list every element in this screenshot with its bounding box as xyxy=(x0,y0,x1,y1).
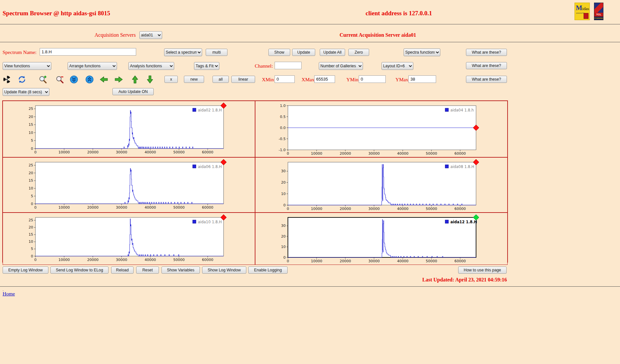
send-log-to-elog-button[interactable]: Send Log Window to ELog xyxy=(50,266,109,274)
zoom-in-icon[interactable] xyxy=(38,75,47,84)
svg-text:25: 25 xyxy=(29,218,33,222)
spectrum-panel-aida02[interactable]: 0510152025010000200003000040000500006000… xyxy=(3,101,255,157)
divider xyxy=(0,286,620,287)
reset-button[interactable]: Reset xyxy=(136,266,159,274)
spectrum-panel-aida06[interactable]: 0510152025010000200003000040000500006000… xyxy=(3,157,255,213)
svg-text:-0.5: -0.5 xyxy=(279,137,286,141)
divider xyxy=(0,42,620,42)
svg-text:60000: 60000 xyxy=(455,207,466,211)
page-title: Spectrum Browser @ http aidas-gsi 8015 xyxy=(3,10,110,17)
ymax-input[interactable] xyxy=(408,75,436,83)
select-spectrum-dropdown[interactable]: Select a spectrum xyxy=(164,48,202,56)
svg-text:50000: 50000 xyxy=(173,205,185,210)
spectrum-name-input[interactable] xyxy=(40,48,136,56)
linear-button[interactable]: linear xyxy=(231,76,255,83)
analysis-functions-dropdown[interactable]: Analysis functions xyxy=(128,62,174,70)
svg-text:40000: 40000 xyxy=(145,150,156,154)
xmax-input[interactable] xyxy=(314,75,335,83)
spectrum-panel-aida08[interactable]: 01020300100002000030000400005000060000ai… xyxy=(255,157,508,213)
svg-text:20000: 20000 xyxy=(87,150,98,154)
svg-text:10: 10 xyxy=(29,186,33,190)
x-button[interactable]: x xyxy=(164,76,178,83)
pan-down-icon[interactable] xyxy=(146,75,154,84)
spectrum-panel-aida12[interactable]: 01020300100002000030000400005000060000ai… xyxy=(255,213,508,265)
svg-text:25: 25 xyxy=(29,107,33,111)
update-button[interactable]: Update xyxy=(292,49,315,56)
svg-text:20: 20 xyxy=(281,234,286,239)
client-address: client address is 127.0.0.1 xyxy=(366,10,432,17)
midas-logo-rest: idas xyxy=(582,6,589,11)
svg-text:30000: 30000 xyxy=(116,150,127,154)
pan-right-icon[interactable] xyxy=(114,75,123,84)
xmin-input[interactable] xyxy=(275,75,295,83)
svg-text:aida06 1.8.H: aida06 1.8.H xyxy=(198,164,222,169)
spectrum-panel-aida10[interactable]: 0510152025010000200003000040000500006000… xyxy=(3,213,255,265)
svg-text:20: 20 xyxy=(281,180,286,185)
tcl-logo[interactable]: TCL POWERED xyxy=(594,3,603,20)
svg-text:30000: 30000 xyxy=(116,258,127,262)
empty-log-window-button[interactable]: Empty Log Window xyxy=(3,266,48,274)
enable-logging-button[interactable]: Enable Logging xyxy=(248,266,288,274)
svg-text:0: 0 xyxy=(34,258,37,262)
svg-text:50000: 50000 xyxy=(173,258,185,262)
zero-button[interactable]: Zero xyxy=(348,49,369,56)
svg-text:50000: 50000 xyxy=(173,150,185,154)
new-button[interactable]: new xyxy=(184,76,204,83)
svg-text:60000: 60000 xyxy=(202,205,213,210)
midas-logo-m: M xyxy=(576,4,582,12)
multi-button[interactable]: multi xyxy=(206,49,227,56)
zoom-out-icon[interactable] xyxy=(55,75,64,84)
svg-text:40000: 40000 xyxy=(145,258,156,262)
acquisition-server-select[interactable]: aida01 xyxy=(139,31,162,39)
show-log-window-button[interactable]: Show Log Window xyxy=(202,266,246,274)
show-variables-button[interactable]: Show Variables xyxy=(161,266,200,274)
channel-input[interactable] xyxy=(275,62,302,69)
svg-text:15: 15 xyxy=(29,232,33,237)
pan-left-icon[interactable] xyxy=(99,75,108,84)
update-all-button[interactable]: Update All xyxy=(320,49,345,56)
svg-text:20: 20 xyxy=(29,171,33,175)
home-link[interactable]: Home xyxy=(3,291,15,297)
last-updated-text: Last Updated: April 23, 2021 04:59:16 xyxy=(292,277,507,283)
layout-id-dropdown[interactable]: Layout ID=6 xyxy=(381,62,413,70)
show-button[interactable]: Show xyxy=(268,49,290,56)
scroll-up-icon[interactable] xyxy=(85,75,94,84)
svg-text:10: 10 xyxy=(29,240,33,244)
svg-text:0: 0 xyxy=(34,205,37,210)
tcl-logo-text: TCL xyxy=(594,13,603,17)
svg-text:10000: 10000 xyxy=(311,259,322,263)
svg-text:0: 0 xyxy=(31,202,33,206)
ymax-label: YMax xyxy=(395,77,408,83)
svg-text:0.5: 0.5 xyxy=(280,115,286,119)
xmax-label: XMax xyxy=(302,77,315,83)
ymin-input[interactable] xyxy=(359,75,386,83)
what-are-these-button-3[interactable]: What are these? xyxy=(466,76,507,83)
update-rate-dropdown[interactable]: Update Rate (8 secs) xyxy=(3,88,49,96)
svg-text:15: 15 xyxy=(29,123,33,127)
svg-text:0: 0 xyxy=(31,254,33,258)
spectrum-panel-aida04[interactable]: -1.0-0.50.00.51.001000020000300004000050… xyxy=(255,101,508,157)
spectra-functions-dropdown[interactable]: Spectra functions xyxy=(404,48,440,56)
how-to-use-button[interactable]: How to use this page xyxy=(458,266,507,274)
view-functions-dropdown[interactable]: View functions xyxy=(3,62,51,70)
midas-logo-text: Midas xyxy=(575,3,589,12)
auto-update-button[interactable]: Auto Update ON xyxy=(112,88,154,95)
refresh-icon[interactable] xyxy=(18,75,26,84)
number-of-galleries-dropdown[interactable]: Number of Galleries xyxy=(319,62,363,70)
reload-button[interactable]: Reload xyxy=(111,266,134,274)
svg-text:20000: 20000 xyxy=(87,258,98,262)
scroll-down-icon[interactable] xyxy=(70,75,78,84)
midas-logo[interactable]: Midas powered by xyxy=(575,3,590,20)
svg-text:5: 5 xyxy=(31,194,33,198)
svg-text:20: 20 xyxy=(29,225,33,229)
all-button[interactable]: all xyxy=(213,76,229,83)
pan-up-icon[interactable] xyxy=(131,75,139,84)
what-are-these-button-1[interactable]: What are these? xyxy=(466,49,507,56)
arrange-functions-dropdown[interactable]: Arrange functions xyxy=(68,62,117,70)
what-are-these-button-2[interactable]: What are these? xyxy=(466,62,507,69)
radiation-icon[interactable] xyxy=(3,75,11,84)
tags-fits-dropdown[interactable]: Tags & Fits xyxy=(194,62,219,70)
svg-text:-1.0: -1.0 xyxy=(279,148,286,152)
tcl-logo-art xyxy=(594,3,603,13)
svg-text:40000: 40000 xyxy=(397,259,408,263)
